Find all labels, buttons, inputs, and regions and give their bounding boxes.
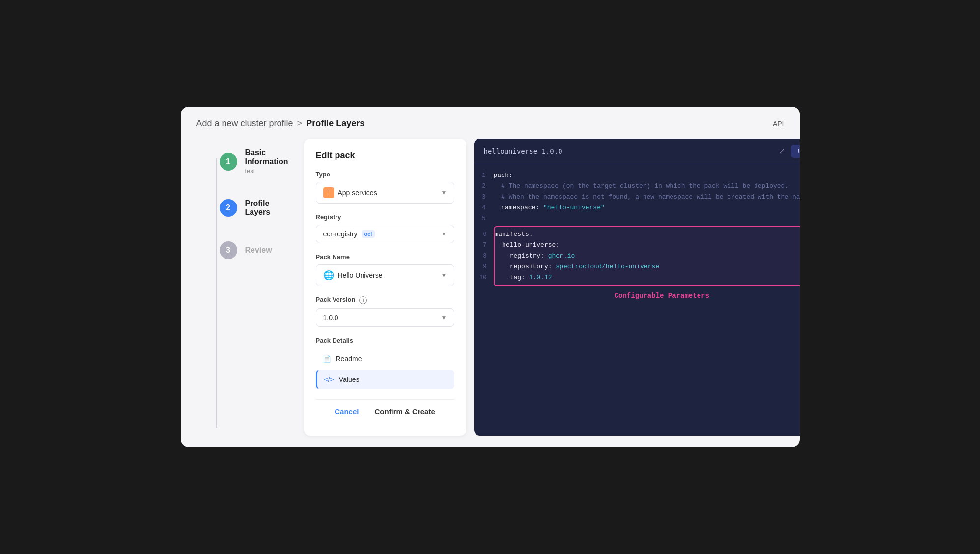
expand-icon[interactable]: ⤢ xyxy=(779,146,785,156)
step-circle-3: 3 xyxy=(220,241,237,259)
registry-select[interactable]: ecr-registry oci ▼ xyxy=(316,225,454,243)
code-editor: 1 pack: 2 # The namespace (on the target… xyxy=(474,164,800,436)
highlighted-block: 6 manifests: 7 hello-universe: 8 registr… xyxy=(474,226,800,286)
code-line-5: 5 xyxy=(474,213,800,224)
pack-version-info-icon[interactable]: i xyxy=(359,296,367,304)
registry-value: ecr-registry xyxy=(323,230,358,238)
api-link[interactable]: API xyxy=(773,120,784,128)
pack-details-section: Pack Details 📄 Readme </> Values xyxy=(316,337,454,389)
edit-panel-title: Edit pack xyxy=(316,150,355,160)
code-line-8: 8 registry: ghcr.io xyxy=(495,251,800,262)
type-icon: ≡ xyxy=(323,187,334,198)
values-icon: </> xyxy=(324,376,334,383)
breadcrumb-current: Profile Layers xyxy=(306,118,364,129)
pack-name-icon: 🌐 xyxy=(323,270,334,281)
code-line-10: 10 tag: 1.0.12 xyxy=(495,272,800,283)
values-label: Values xyxy=(339,376,360,383)
step-label-1: Basic Information test xyxy=(245,148,288,175)
step-item-profile-layers: 2 Profile Layers xyxy=(193,199,288,217)
type-label: Type xyxy=(316,171,454,178)
type-field-group: Type ≡ App services ▼ xyxy=(316,171,454,204)
step-subtitle-1: test xyxy=(245,167,288,175)
step-item-basic-info: 1 Basic Information test xyxy=(193,148,288,175)
footer-actions: Cancel Confirm & Create xyxy=(316,399,454,424)
configurable-label: Configurable Parameters xyxy=(474,288,800,306)
step-circle-2: 2 xyxy=(220,199,237,217)
pack-version-field-group: Pack Version i 1.0.0 ▼ xyxy=(316,296,454,327)
detail-readme[interactable]: 📄 Readme xyxy=(316,349,454,369)
modal-body: 1 Basic Information test 2 Profile Layer… xyxy=(181,139,800,447)
content-area: Edit pack Type ≡ App services ▼ Regi xyxy=(300,139,800,447)
readme-icon: 📄 xyxy=(323,355,331,363)
code-header: hellouniverse 1.0.0 ⤢ Use defaults xyxy=(474,139,800,164)
pack-name-value: Hello Universe xyxy=(338,271,383,279)
type-chevron-icon: ▼ xyxy=(441,189,447,196)
step-label-3: Review xyxy=(245,246,272,255)
step-item-review: 3 Review xyxy=(193,241,288,259)
code-header-actions: ⤢ Use defaults xyxy=(779,145,800,158)
code-line-4: 4 namespace: "hello-universe" xyxy=(474,203,800,213)
step-title-1: Basic Information xyxy=(245,148,288,166)
detail-values[interactable]: </> Values xyxy=(316,370,454,389)
pack-version-value: 1.0.0 xyxy=(323,314,338,321)
type-select[interactable]: ≡ App services ▼ xyxy=(316,182,454,204)
registry-badge: oci xyxy=(362,230,375,238)
readme-label: Readme xyxy=(336,355,362,363)
breadcrumb: Add a new cluster profile > Profile Laye… xyxy=(196,118,365,129)
edit-panel-header: Edit pack xyxy=(316,150,454,161)
use-defaults-button[interactable]: Use defaults xyxy=(791,145,800,158)
step-title-2: Profile Layers xyxy=(245,199,288,217)
code-line-7: 7 hello-universe: xyxy=(495,240,800,251)
code-line-3: 3 # When the namespace is not found, a n… xyxy=(474,192,800,203)
registry-label: Registry xyxy=(316,213,454,221)
pack-name-label: Pack Name xyxy=(316,253,454,261)
modal-header: Add a new cluster profile > Profile Laye… xyxy=(181,107,800,139)
code-title: hellouniverse 1.0.0 xyxy=(484,147,562,155)
code-line-2: 2 # The namespace (on the target cluster… xyxy=(474,181,800,192)
pack-name-field-group: Pack Name 🌐 Hello Universe ▼ xyxy=(316,253,454,286)
code-line-9: 9 repository: spectrocloud/hello-univers… xyxy=(495,262,800,272)
step-title-3: Review xyxy=(245,246,272,255)
code-line-1: 1 pack: xyxy=(474,170,800,181)
pack-name-chevron-icon: ▼ xyxy=(441,272,447,279)
cancel-button[interactable]: Cancel xyxy=(335,408,359,416)
registry-chevron-icon: ▼ xyxy=(441,231,447,237)
pack-name-select[interactable]: 🌐 Hello Universe ▼ xyxy=(316,264,454,286)
pack-version-label: Pack Version i xyxy=(316,296,454,304)
registry-field-group: Registry ecr-registry oci ▼ xyxy=(316,213,454,243)
code-line-6: 6 manifests: xyxy=(495,229,800,240)
sidebar: 1 Basic Information test 2 Profile Layer… xyxy=(181,139,300,447)
breadcrumb-sep: > xyxy=(297,118,303,129)
step-circle-1: 1 xyxy=(220,153,237,171)
pack-version-chevron-icon: ▼ xyxy=(441,314,447,321)
type-value: App services xyxy=(338,189,377,197)
pack-version-select[interactable]: 1.0.0 ▼ xyxy=(316,308,454,327)
breadcrumb-link[interactable]: Add a new cluster profile xyxy=(196,118,293,129)
modal-container: Add a new cluster profile > Profile Laye… xyxy=(181,107,800,447)
pack-details-label: Pack Details xyxy=(316,337,454,344)
confirm-create-button[interactable]: Confirm & Create xyxy=(374,408,435,416)
code-panel: hellouniverse 1.0.0 ⤢ Use defaults 1 pac… xyxy=(474,139,800,436)
edit-panel: Edit pack Type ≡ App services ▼ Regi xyxy=(304,139,466,436)
step-label-2: Profile Layers xyxy=(245,199,288,217)
